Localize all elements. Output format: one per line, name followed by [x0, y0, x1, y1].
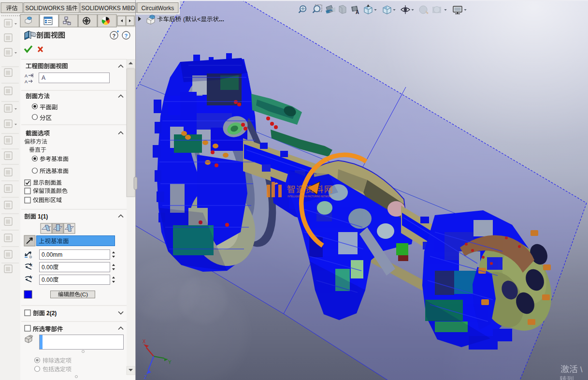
svg-text:...: ... [219, 15, 224, 23]
svg-text:?: ? [113, 33, 116, 39]
svg-text:CircuitWorks: CircuitWorks [142, 5, 174, 12]
svg-text:(: ( [183, 16, 186, 23]
svg-text:Y: Y [30, 276, 32, 280]
svg-text:<: < [197, 16, 201, 23]
svg-text:SOLIDWORKS MBD: SOLIDWORKS MBD [81, 5, 135, 12]
svg-text:(C): (C) [80, 292, 88, 297]
svg-text:SOLIDWORKS: SOLIDWORKS [25, 5, 66, 12]
svg-text:D: D [29, 255, 32, 259]
svg-text:?: ? [125, 33, 128, 39]
svg-text:1(1): 1(1) [38, 213, 48, 220]
svg-text:A: A [25, 73, 28, 78]
svg-text:X: X [30, 263, 32, 267]
svg-text:0.00: 0.00 [42, 277, 53, 283]
svg-text:A: A [42, 74, 45, 81]
svg-text:2(2): 2(2) [46, 310, 57, 317]
svg-text:0.00mm: 0.00mm [42, 251, 62, 258]
svg-text:A: A [25, 79, 28, 84]
svg-text:0.00: 0.00 [42, 264, 53, 271]
